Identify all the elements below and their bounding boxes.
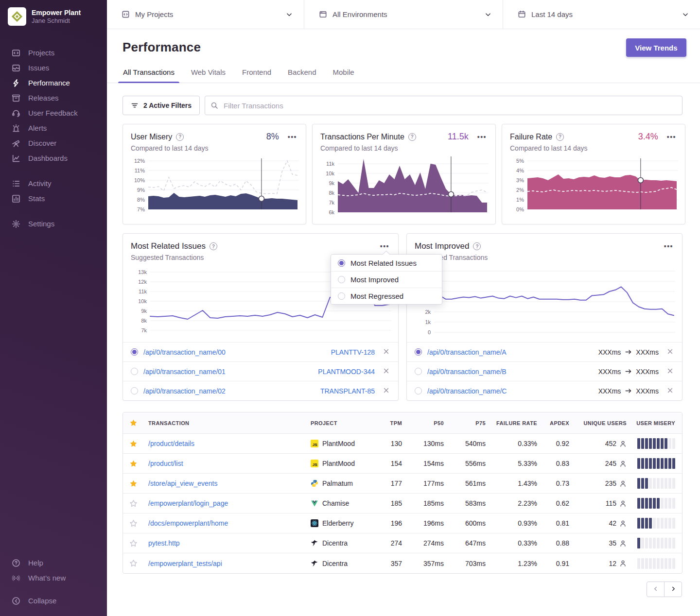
sidebar-item-projects[interactable]: Projects bbox=[0, 45, 107, 60]
star-outline-icon[interactable] bbox=[123, 539, 143, 548]
tab-all-transactions[interactable]: All Transactions bbox=[123, 67, 175, 83]
help-icon[interactable]: ? bbox=[210, 242, 217, 250]
card-menu-button[interactable]: ••• bbox=[666, 133, 677, 141]
card-menu-button[interactable]: ••• bbox=[663, 242, 674, 251]
app-root: Empower Plant Jane Schmidt ProjectsIssue… bbox=[0, 0, 700, 616]
transaction-link[interactable]: /api/0/transaction_name/01 bbox=[143, 368, 313, 376]
card-menu-button[interactable]: ••• bbox=[476, 133, 488, 141]
performance-icon bbox=[11, 79, 21, 87]
sidebar-item-discover[interactable]: Discover bbox=[0, 136, 107, 151]
tab-web-vitals[interactable]: Web Vitals bbox=[191, 67, 226, 83]
misery-bar bbox=[649, 458, 652, 469]
dismiss-button[interactable] bbox=[666, 367, 674, 376]
misery-bar bbox=[649, 498, 652, 509]
sidebar-item-alerts[interactable]: Alerts bbox=[0, 120, 107, 136]
transaction-link[interactable]: /store/api_view_events bbox=[148, 479, 217, 487]
tab-frontend[interactable]: Frontend bbox=[242, 67, 271, 83]
transaction-link[interactable]: /product/list bbox=[148, 460, 183, 467]
org-switcher[interactable]: Empower Plant Jane Schmidt bbox=[0, 0, 107, 38]
search-input[interactable] bbox=[205, 96, 682, 115]
transaction-link[interactable]: /api/0/transaction_name/00 bbox=[143, 348, 326, 356]
sidebar-item-stats[interactable]: Stats bbox=[0, 191, 107, 206]
transaction-link[interactable]: /api/0/transaction_name/02 bbox=[143, 387, 315, 395]
misery-bar bbox=[653, 438, 656, 449]
sidebar-item-activity[interactable]: Activity bbox=[0, 176, 107, 191]
transaction-link[interactable]: /product/details bbox=[148, 440, 194, 447]
close-icon bbox=[667, 387, 673, 395]
menu-option-most-improved[interactable]: Most Improved bbox=[331, 271, 442, 288]
help-icon[interactable]: ? bbox=[408, 133, 416, 141]
help-icon[interactable]: ? bbox=[176, 133, 184, 141]
help-icon[interactable]: ? bbox=[473, 242, 481, 250]
menu-option-label: Most Improved bbox=[350, 275, 399, 284]
star-outline-icon[interactable] bbox=[123, 559, 143, 567]
dismiss-button[interactable] bbox=[382, 367, 390, 376]
dismiss-button[interactable] bbox=[666, 386, 674, 396]
table-header-unique-users[interactable]: UNIQUE USERS bbox=[576, 420, 633, 426]
issue-link[interactable]: PLANTMOOD-344 bbox=[318, 368, 375, 376]
table-header-apdex[interactable]: APDEX bbox=[544, 420, 576, 426]
card-value: 3.4% bbox=[638, 132, 658, 142]
table-header-transaction[interactable]: TRANSACTION bbox=[143, 420, 306, 426]
help-icon[interactable]: ? bbox=[556, 133, 564, 141]
table-header-project[interactable]: PROJECT bbox=[306, 420, 379, 426]
transaction-link[interactable]: /docs/empowerplant/home bbox=[148, 519, 228, 527]
global-filter-last-14-days[interactable]: Last 14 days bbox=[503, 0, 700, 29]
active-filters-button[interactable]: 2 Active Filters bbox=[122, 96, 200, 115]
menu-option-most-related-issues[interactable]: Most Related Issues bbox=[331, 255, 442, 271]
sidebar-item-issues[interactable]: Issues bbox=[0, 60, 107, 75]
global-filter-my-projects[interactable]: My Projects bbox=[107, 0, 304, 29]
global-filter-all-environments[interactable]: All Environments bbox=[304, 0, 503, 29]
table-header-p50[interactable]: P50 bbox=[409, 420, 451, 426]
transaction-link[interactable]: pytest.http bbox=[148, 539, 180, 547]
pagination-next-button[interactable] bbox=[664, 582, 682, 597]
dismiss-button[interactable] bbox=[666, 347, 674, 357]
view-trends-button[interactable]: View Trends bbox=[626, 38, 686, 57]
pagination-prev-button[interactable] bbox=[647, 582, 665, 597]
transaction-radio[interactable] bbox=[415, 368, 422, 375]
sidebar-item-help[interactable]: Help bbox=[0, 555, 107, 570]
sidebar-collapse-button[interactable]: Collapse bbox=[0, 593, 107, 608]
star-outline-icon[interactable] bbox=[123, 499, 143, 508]
sidebar-item-dashboards[interactable]: Dashboards bbox=[0, 151, 107, 166]
tab-label: Mobile bbox=[332, 68, 354, 76]
p75-cell: 556ms bbox=[451, 460, 492, 467]
transaction-radio[interactable] bbox=[131, 368, 138, 375]
tab-mobile[interactable]: Mobile bbox=[332, 67, 354, 83]
transaction-radio[interactable] bbox=[131, 348, 138, 356]
sidebar-item-user-feedback[interactable]: User Feedback bbox=[0, 105, 107, 120]
sidebar-item-what-s-new[interactable]: What’s new bbox=[0, 570, 107, 585]
star-filled-icon[interactable] bbox=[123, 440, 143, 448]
transaction-radio[interactable] bbox=[415, 348, 422, 356]
unique-users-cell: 452 bbox=[576, 440, 633, 447]
transaction-link[interactable]: /api/0/transaction_name/B bbox=[427, 368, 593, 376]
transaction-link[interactable]: /api/0/transaction_name/C bbox=[427, 387, 593, 395]
transaction-radio[interactable] bbox=[415, 387, 422, 394]
transaction-link[interactable]: /empowerplant_tests/api bbox=[148, 560, 222, 567]
sidebar-item-performance[interactable]: Performance bbox=[0, 75, 107, 90]
star-filled-icon[interactable] bbox=[123, 460, 143, 468]
table-header-failure-rate[interactable]: FAILURE RATE bbox=[492, 420, 544, 426]
transaction-radio[interactable] bbox=[131, 387, 138, 394]
unique-users-count: 42 bbox=[609, 519, 616, 527]
svg-text:1k: 1k bbox=[425, 319, 431, 325]
card-menu-button[interactable]: ••• bbox=[287, 133, 298, 141]
dismiss-button[interactable] bbox=[382, 386, 390, 396]
table-header-user-misery[interactable]: USER MISERY bbox=[633, 420, 682, 426]
tab-backend[interactable]: Backend bbox=[288, 67, 316, 83]
menu-option-most-regressed[interactable]: Most Regressed bbox=[331, 288, 442, 304]
transaction-link[interactable]: /empowerplant/login_page bbox=[148, 499, 228, 507]
table-header-tpm[interactable]: TPM bbox=[379, 420, 409, 426]
star-filled-icon[interactable] bbox=[123, 479, 143, 488]
table-header-p75[interactable]: P75 bbox=[451, 420, 492, 426]
project-name: Dicentra bbox=[322, 560, 348, 567]
issue-link[interactable]: TRANSPLANT-85 bbox=[320, 387, 375, 395]
failure-rate-cell: 0.93% bbox=[492, 519, 544, 527]
issue-link[interactable]: PLANTTV-128 bbox=[331, 348, 375, 356]
sidebar-item-releases[interactable]: Releases bbox=[0, 90, 107, 105]
dismiss-button[interactable] bbox=[382, 347, 390, 357]
card-menu-button[interactable]: ••• bbox=[379, 242, 390, 251]
star-outline-icon[interactable] bbox=[123, 519, 143, 528]
transaction-link[interactable]: /api/0/transaction_name/A bbox=[427, 348, 593, 356]
sidebar-item-settings[interactable]: Settings bbox=[0, 216, 107, 231]
